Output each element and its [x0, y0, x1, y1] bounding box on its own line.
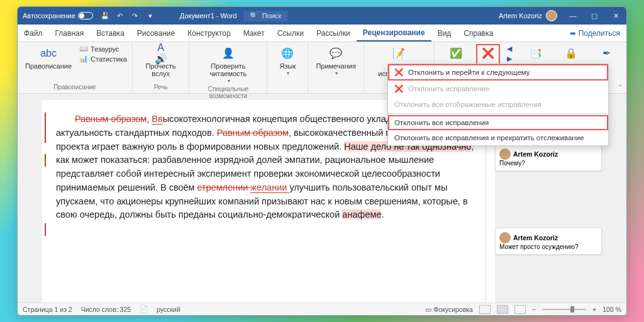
deleted-text: Равным образом — [75, 114, 147, 124]
commented-text[interactable]: анафеме — [342, 209, 381, 219]
change-bar — [45, 154, 46, 167]
group-label-speech: Речь — [154, 84, 168, 91]
protect-button[interactable]: 🔒 — [556, 45, 586, 62]
zoom-out-button[interactable]: − — [532, 306, 536, 313]
zoom-slider[interactable] — [542, 309, 586, 310]
ink-button[interactable]: ✒ — [591, 45, 621, 62]
ribbon: abc Правописание 📖Тезаурус 📊Статистика П… — [18, 42, 626, 94]
tab-mailings[interactable]: Рассылки — [310, 25, 357, 42]
share-label: Поделиться — [579, 29, 620, 38]
deleted-text: Равным образом — [217, 128, 289, 138]
page-indicator[interactable]: Страница 1 из 2 — [23, 306, 72, 313]
reject-change-icon: ❌ — [394, 84, 403, 93]
group-language: 🌐 Язык▾ — [267, 42, 308, 93]
maximize-icon[interactable]: ▢ — [584, 7, 605, 25]
minimize-icon[interactable]: — — [562, 7, 584, 25]
tab-references[interactable]: Ссылки — [271, 25, 310, 42]
document-title: Документ1 - Word — [180, 12, 237, 19]
change-bar — [45, 223, 46, 236]
view-print-icon[interactable] — [497, 305, 508, 314]
user-name: Artem Kozoriz — [499, 12, 542, 19]
undo-icon[interactable]: ↶ — [116, 11, 125, 20]
view-web-icon[interactable] — [514, 305, 526, 314]
comment-text: Почему? — [499, 160, 597, 167]
spelling-button[interactable]: abc Правописание — [23, 45, 74, 71]
word-count-button[interactable]: 📊Статистика — [79, 55, 127, 64]
comments-button[interactable]: 💬 Примечания▾ — [313, 45, 358, 78]
view-read-icon[interactable] — [479, 305, 491, 314]
reject-all[interactable]: Отклонить все исправления — [388, 115, 608, 130]
tab-layout[interactable]: Макет — [237, 25, 271, 42]
prev-change-button[interactable]: ◀ — [507, 45, 516, 53]
comment-author: Artem Kozoriz — [513, 150, 558, 158]
tab-file[interactable]: Файл — [18, 25, 49, 42]
share-button[interactable]: ➦ Поделиться — [570, 29, 620, 38]
ribbon-tabs: Файл Главная Вставка Рисование Конструкт… — [18, 25, 626, 42]
search-icon: 🔍 — [250, 12, 258, 20]
avatar — [499, 148, 511, 160]
word-count[interactable]: Число слов: 325 — [81, 306, 131, 313]
read-aloud-icon: A🔊 — [153, 46, 169, 61]
toggle-off-icon[interactable] — [78, 12, 93, 19]
avatar — [499, 232, 511, 243]
language-indicator[interactable]: русский — [157, 306, 180, 313]
group-label-spelling: Правописание — [53, 84, 96, 91]
group-accessibility: 👤 Проверить читаемость▾ Специальные возм… — [189, 42, 267, 93]
comment-author: Artem Kozoriz — [513, 234, 558, 242]
inserted-text: желании — [250, 182, 289, 193]
language-button[interactable]: 🌐 Язык▾ — [272, 45, 303, 78]
quick-access-toolbar: 💾 ↶ ↷ ▾ — [101, 11, 155, 20]
group-spelling: abc Правописание 📖Тезаурус 📊Статистика П… — [18, 42, 133, 93]
comment-icon: 💬 — [328, 46, 343, 61]
save-icon[interactable]: 💾 — [101, 11, 109, 20]
tab-draw[interactable]: Рисование — [131, 25, 181, 42]
reject-change: ❌Отклонить исправление — [388, 80, 608, 97]
prev-icon: ◀ — [507, 45, 516, 53]
search-placeholder: Поиск — [262, 12, 281, 19]
tab-help[interactable]: Справка — [457, 25, 499, 42]
tab-insert[interactable]: Вставка — [90, 25, 131, 42]
tab-home[interactable]: Главная — [49, 25, 91, 42]
user-account[interactable]: Artem Kozoriz — [499, 10, 557, 21]
close-icon[interactable]: ✕ — [605, 7, 626, 25]
tab-review[interactable]: Рецензирование — [357, 25, 431, 42]
qat-more-icon[interactable]: ▾ — [146, 11, 155, 20]
group-comments: 💬 Примечания▾ — [308, 42, 364, 93]
autosave-toggle[interactable]: Автосохранение — [23, 12, 93, 19]
track-changes-icon: 📝 — [391, 46, 406, 61]
check-accessibility-button[interactable]: 👤 Проверить читаемость▾ — [194, 45, 262, 86]
comment-balloon[interactable]: Artem Kozoriz Почему? — [495, 144, 602, 171]
avatar — [546, 10, 557, 21]
compare-icon: 📑 — [528, 46, 543, 61]
ink-icon: ✒ — [599, 46, 614, 61]
next-icon: ▶ — [507, 55, 516, 64]
share-icon: ➦ — [570, 29, 576, 38]
reject-icon: ❌ — [480, 46, 496, 61]
reject-and-next[interactable]: ❌Отклонить и перейти к следующему — [388, 64, 608, 80]
comment-balloon[interactable]: Artem Kozoriz Может просто осуждению? — [495, 228, 602, 255]
app-window: Автосохранение 💾 ↶ ↷ ▾ Документ1 - Word … — [17, 6, 627, 316]
zoom-level[interactable]: 100 % — [602, 306, 621, 313]
status-bar: Страница 1 из 2 Число слов: 325 📄 русски… — [18, 303, 626, 315]
window-controls: — ▢ ✕ — [562, 7, 626, 25]
titlebar: Автосохранение 💾 ↶ ↷ ▾ Документ1 - Word … — [18, 7, 626, 25]
group-speech: A🔊 Прочесть вслух Речь — [133, 42, 190, 93]
focus-mode-button[interactable]: ▭ Фокусировка — [425, 306, 473, 313]
collapse-ribbon-icon[interactable]: ⌃ — [618, 84, 623, 91]
spelling-icon: abc — [41, 46, 56, 61]
tab-view[interactable]: Вид — [431, 25, 458, 42]
compare-button[interactable]: 📑 — [521, 45, 551, 62]
reject-all-stop[interactable]: Отклонить все исправления и прекратить о… — [388, 130, 608, 145]
redo-icon[interactable]: ↷ — [131, 11, 140, 20]
protect-icon: 🔒 — [564, 46, 579, 61]
read-aloud-button[interactable]: A🔊 Прочесть вслух — [138, 45, 184, 79]
group-label-comments — [335, 84, 337, 91]
next-change-button[interactable]: ▶ — [507, 55, 516, 64]
group-label-access: Специальные возможности — [194, 86, 262, 99]
thesaurus-button[interactable]: 📖Тезаурус — [79, 45, 127, 53]
zoom-in-button[interactable]: + — [592, 306, 596, 313]
tab-design[interactable]: Конструктор — [181, 25, 236, 42]
language-icon: 🌐 — [280, 46, 295, 61]
search-box[interactable]: 🔍 Поиск — [243, 11, 287, 21]
spellcheck-icon[interactable]: 📄 — [140, 305, 148, 313]
